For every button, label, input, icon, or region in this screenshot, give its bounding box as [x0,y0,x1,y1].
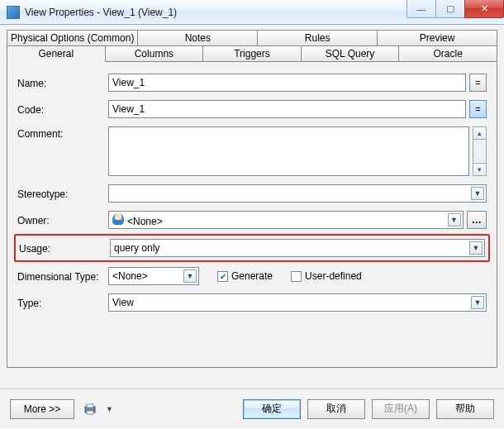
tab-triggers[interactable]: Triggers [203,46,302,62]
chevron-down-icon: ▼ [448,213,461,226]
close-button[interactable]: ✕ [464,0,504,18]
tab-columns[interactable]: Columns [106,46,204,62]
help-button[interactable]: 帮助 [436,399,494,419]
comment-textarea[interactable] [108,126,469,176]
more-button[interactable]: More >> [10,399,74,419]
stereotype-label: Stereotype: [17,187,108,200]
tab-oracle[interactable]: Oracle [399,46,497,62]
chevron-down-icon: ▼ [471,296,484,309]
code-input[interactable] [108,100,466,118]
owner-value: <None> [127,216,163,227]
svg-rect-1 [87,404,93,408]
name-input[interactable] [108,74,466,92]
usage-label: Usage: [19,241,110,255]
dimtype-label: Dimensional Type: [17,269,108,283]
type-value: View [112,297,134,308]
code-equals-button[interactable]: = [469,100,487,118]
tab-physical-options[interactable]: Physical Options (Common) [7,30,138,46]
generate-label: Generate [231,270,273,282]
usage-highlight: Usage: query only ▼ [14,234,490,262]
chevron-down-icon: ▼ [183,269,197,283]
userdef-label: User-defined [305,270,362,282]
name-label: Name: [17,76,108,89]
owner-browse-button[interactable]: … [467,211,487,229]
ok-button[interactable]: 确定 [243,399,301,419]
print-icon[interactable] [81,400,99,418]
owner-dropdown[interactable]: <None> ▼ [108,211,464,229]
tab-notes[interactable]: Notes [138,30,258,46]
usage-value: query only [114,242,159,254]
tab-general[interactable]: General [7,46,106,62]
usage-dropdown[interactable]: query only ▼ [110,239,485,257]
code-label: Code: [17,102,108,116]
scroll-up-icon[interactable]: ▴ [473,126,487,140]
scroll-down-icon[interactable]: ▾ [473,163,487,176]
stereotype-dropdown[interactable]: ▼ [108,184,487,203]
window-title: View Properties - View_1 (View_1) [25,7,177,18]
chevron-down-icon: ▼ [471,187,484,200]
user-icon [112,213,124,225]
app-icon [7,6,20,19]
tab-sql-query[interactable]: SQL Query [302,46,400,62]
comment-label: Comment: [17,126,108,140]
type-dropdown[interactable]: View ▼ [108,293,487,312]
dimtype-value: <None> [112,270,148,282]
generate-checkbox[interactable]: ✔ [217,271,228,282]
print-split-chevron[interactable]: ▼ [106,405,116,413]
svg-rect-2 [87,411,93,414]
cancel-button[interactable]: 取消 [307,399,365,419]
dimtype-dropdown[interactable]: <None> ▼ [108,267,199,285]
type-label: Type: [17,296,108,309]
userdef-checkbox[interactable] [291,271,302,282]
name-equals-button[interactable]: = [469,74,487,92]
apply-button[interactable]: 应用(A) [372,399,430,419]
chevron-down-icon: ▼ [469,241,483,255]
minimize-button[interactable]: — [407,0,436,18]
tab-preview[interactable]: Preview [378,30,497,46]
owner-label: Owner: [17,213,108,226]
comment-scrollbar[interactable]: ▴ ▾ [473,126,487,176]
tab-rules[interactable]: Rules [258,30,378,46]
maximize-button[interactable]: ▢ [435,0,465,18]
